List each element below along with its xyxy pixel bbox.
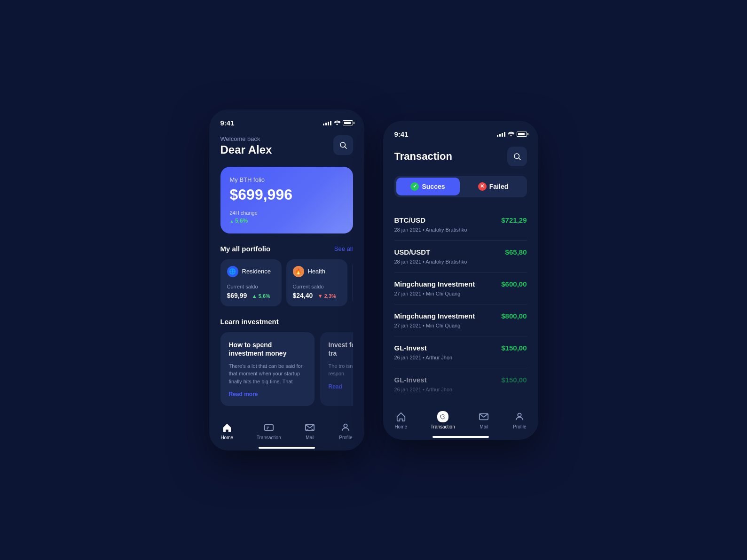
svg-line-6 (519, 158, 520, 160)
learn-card-1[interactable]: How to spend investment money There's a … (220, 332, 315, 406)
status-bar-2: 9:41 (394, 130, 527, 138)
transaction-item-1[interactable]: BTC/USD $721,29 28 jan 2021 • Anatoliy B… (394, 209, 527, 241)
profile-icon-2 (514, 411, 525, 422)
nav-home-label: Home (220, 435, 233, 440)
transaction-amount: $721,29 (501, 216, 527, 224)
header: Welcome back Dear Alex (220, 135, 353, 156)
read-more-button[interactable]: Read more (229, 391, 306, 397)
signal-bars-icon (323, 120, 331, 125)
success-icon: ✓ (410, 182, 419, 191)
welcome-text: Welcome back (220, 135, 272, 142)
nav-mail[interactable]: Mail (304, 422, 315, 440)
nav-transaction-label: Transaction (257, 435, 281, 440)
transaction-icon (263, 422, 275, 433)
saldo-label: Current saldo (293, 284, 341, 289)
nav-home-label-2: Home (394, 424, 407, 429)
change-value: 5,6% (230, 218, 344, 224)
search-icon-2 (513, 152, 521, 161)
active-line (259, 447, 315, 449)
nav-profile-2[interactable]: Profile (513, 411, 526, 429)
transaction-sub: 28 jan 2021 • Anatoliy Bratishko (394, 259, 527, 264)
nav-transaction[interactable]: Transaction (257, 422, 281, 440)
portfolio-section-title: My all portfolio (220, 245, 271, 253)
filter-tab-success-label: Succes (422, 183, 445, 190)
svg-point-0 (340, 142, 346, 148)
filter-tab-failed[interactable]: ✕ Failed (462, 178, 525, 195)
learn-card-2[interactable]: Invest for tra The tro isn't re respon R… (320, 332, 353, 406)
bottom-nav-2: Home Transaction Mail (383, 404, 538, 433)
mail-icon-2 (478, 411, 489, 422)
filter-tabs: ✓ Succes ✕ Failed (394, 176, 527, 197)
portfolio-item-residence[interactable]: 🌐 Residence Current saldo $69,99 ▲ 5,6% (220, 259, 282, 306)
transaction-amount: $65,80 (505, 248, 527, 256)
svg-line-1 (345, 147, 346, 148)
search-button[interactable] (333, 135, 353, 155)
transaction-item-3[interactable]: Mingchuang Investment $600,00 27 jan 202… (394, 272, 527, 304)
status-icons-2 (497, 131, 527, 138)
transaction-sub: 27 jan 2021 • Min Chi Quang (394, 323, 527, 328)
portfolio-item-name: Residence (242, 268, 271, 275)
nav-profile-label: Profile (339, 435, 352, 440)
learn-title: Learn investment (220, 318, 353, 326)
page-title: Transaction (394, 150, 452, 163)
nav-mail-2[interactable]: Mail (478, 411, 489, 429)
nav-mail-label-2: Mail (480, 424, 488, 429)
profile-icon (340, 422, 351, 433)
filter-tab-failed-label: Failed (489, 183, 508, 190)
phone2: 9:41 Transaction (383, 121, 538, 440)
nav-profile[interactable]: Profile (339, 422, 352, 440)
status-icons (323, 119, 353, 126)
nav-transaction-label-2: Transaction (431, 424, 455, 429)
transaction-item-5[interactable]: GL-Invest $150,00 26 jan 2021 • Arthur J… (394, 336, 527, 368)
bottom-nav: Home Transaction Mail (209, 415, 364, 444)
portfolio-item-health[interactable]: 🔥 Health Current saldo $24,40 ▼ 2,3% (286, 259, 347, 306)
filter-tab-success[interactable]: ✓ Succes (396, 178, 460, 195)
portfolio-section-header: My all portfolio See all (220, 245, 353, 253)
search-button-2[interactable] (507, 147, 527, 166)
transaction-item-2[interactable]: USD/USDT $65,80 28 jan 2021 • Anatoliy B… (394, 241, 527, 272)
active-line-2 (432, 436, 489, 438)
transaction-amount: $150,00 (501, 344, 527, 352)
transaction-icon-active (437, 411, 448, 422)
portfolio-item-name: Health (308, 268, 326, 275)
user-name: Dear Alex (220, 143, 272, 156)
transaction-amount: $150,00 (501, 376, 527, 384)
see-all-button[interactable]: See all (334, 245, 353, 252)
portfolio-items-row: 🌐 Residence Current saldo $69,99 ▲ 5,6% … (220, 259, 353, 306)
nav-profile-label-2: Profile (513, 424, 526, 429)
transaction-item-6[interactable]: GL-Invest $150,00 26 jan 2021 • Arthur J… (394, 368, 527, 400)
health-icon: 🔥 (293, 266, 304, 277)
mail-icon (304, 422, 315, 433)
transaction-name: GL-Invest (394, 344, 427, 352)
nav-mail-label: Mail (306, 435, 314, 440)
home-icon-2 (395, 411, 407, 422)
search-icon (339, 141, 347, 149)
learn-card-desc: There's a lot that can be said for that … (229, 362, 306, 386)
transaction-name: Mingchuang Investment (394, 312, 475, 320)
transaction-amount: $600,00 (501, 280, 527, 288)
wifi-icon (334, 119, 340, 126)
nav-indicator (209, 444, 364, 451)
nav-indicator-2 (383, 433, 538, 440)
transaction-item-4[interactable]: Mingchuang Investment $800,00 27 jan 202… (394, 304, 527, 336)
portfolio-amount: $699,996 (230, 186, 344, 203)
portfolio-item-other[interactable]: 💜 Curre $73,4 (352, 259, 353, 306)
battery-icon-2 (517, 132, 527, 137)
residence-icon: 🌐 (227, 266, 238, 277)
failed-icon: ✕ (478, 182, 487, 191)
nav-home[interactable]: Home (220, 422, 233, 440)
nav-transaction-2[interactable]: Transaction (431, 411, 455, 429)
saldo-change: ▲ 5,6% (252, 293, 270, 299)
status-time: 9:41 (220, 119, 235, 127)
home-icon (221, 422, 233, 433)
read-more-button[interactable]: Read (329, 383, 353, 390)
transaction-name: USD/USDT (394, 248, 431, 256)
status-bar: 9:41 (220, 119, 353, 127)
transaction-name: Mingchuang Investment (394, 280, 475, 288)
nav-home-2[interactable]: Home (394, 411, 407, 429)
status-time-2: 9:41 (394, 130, 409, 138)
saldo-label: Current saldo (227, 284, 275, 289)
saldo-value: $69,99 (227, 292, 247, 299)
learn-card-desc: The tro isn't re respon (329, 362, 353, 378)
portfolio-label: My BTH folio (230, 176, 344, 183)
